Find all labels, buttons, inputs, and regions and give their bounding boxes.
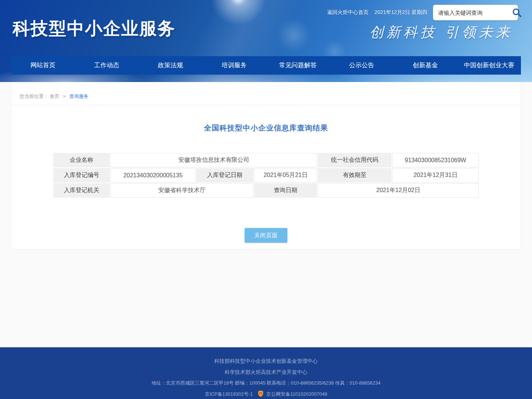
main-nav: 网站首页 工作动态 政策法规 培训服务 常见问题解答 公示公告 创新基金 中国创… [11, 56, 521, 75]
company-name-label: 企业名称 [53, 153, 110, 167]
footer-org-line-1: 科技部科技型中小企业技术创新基金管理中心 [0, 355, 532, 366]
search-icon[interactable] [512, 7, 522, 18]
site-header: 返回火炬中心首页 2021年12月2日 星期四 科技型中小企业服务 创新科技 引… [0, 0, 532, 82]
nav-item-home[interactable]: 网站首页 [11, 56, 75, 75]
footer-contact-line: 地址：北京市西城区三里河二区甲18号 邮编：100045 联系电话：010-88… [0, 378, 532, 389]
nav-item-policies[interactable]: 政策法规 [139, 56, 202, 75]
nav-item-competition[interactable]: 中国创新创业大赛 [457, 56, 521, 75]
registration-date-label: 入库登记日期 [196, 168, 253, 183]
site-slogan: 创新科技 引领未来 [369, 23, 513, 42]
page-body: 您当前位置： 首页 > 查询服务 全国科技型中小企业信息库查询结果 企业名称 安… [0, 82, 532, 347]
registration-date-value: 2021年05月21日 [254, 168, 317, 183]
site-footer: 科技部科技型中小企业技术创新基金管理中心 科学技术部火炬高技术产业开发中心 地址… [0, 347, 532, 399]
close-page-button[interactable]: 关闭页面 [245, 228, 287, 243]
credit-code-label: 统一社会信用代码 [318, 153, 391, 167]
page-title: 全国科技型中小企业信息库查询结果 [11, 123, 521, 133]
registration-authority-label: 入库登记机关 [53, 183, 110, 198]
footer-org-line-2: 科学技术部火炬高技术产业开发中心 [0, 366, 532, 378]
icp-record-link[interactable]: 京ICP备13019302号-1 [205, 391, 253, 397]
credit-code-value: 91340300085231069W [392, 153, 479, 167]
table-row: 企业名称 安徽塔孜信息技术有限公司 统一社会信用代码 9134030008523… [53, 153, 479, 167]
nav-item-announcements[interactable]: 公示公告 [330, 56, 394, 75]
breadcrumb-current-link[interactable]: 查询服务 [69, 93, 88, 99]
valid-until-value: 2021年12月31日 [392, 168, 479, 183]
breadcrumb: 您当前位置： 首页 > 查询服务 [11, 82, 521, 105]
breadcrumb-prefix: 您当前位置： [20, 93, 48, 99]
content-panel: 您当前位置： 首页 > 查询服务 全国科技型中小企业信息库查询结果 企业名称 安… [11, 82, 521, 249]
query-result-table: 企业名称 安徽塔孜信息技术有限公司 统一社会信用代码 9134030008523… [52, 152, 480, 198]
current-date-text: 2021年12月2日 星期四 [375, 9, 427, 16]
valid-until-label: 有效期至 [318, 168, 391, 183]
table-row: 入库登记机关 安徽省科学技术厅 查询日期 2021年12月02日 [53, 183, 479, 198]
registration-number-label: 入库登记编号 [53, 168, 110, 183]
registration-number-value: 202134030200005135 [110, 168, 195, 183]
registration-authority-value: 安徽省科学技术厅 [110, 183, 253, 198]
nav-item-faq[interactable]: 常见问题解答 [266, 56, 330, 75]
torch-center-home-link[interactable]: 返回火炬中心首页 [327, 9, 369, 16]
nav-item-innovation-fund[interactable]: 创新基金 [393, 56, 457, 75]
top-utility-bar: 返回火炬中心首页 2021年12月2日 星期四 [327, 4, 518, 21]
table-row: 入库登记编号 202134030200005135 入库登记日期 2021年05… [53, 168, 479, 183]
breadcrumb-home-link[interactable]: 首页 [50, 93, 59, 99]
search-box[interactable] [433, 5, 518, 20]
nav-item-training[interactable]: 培训服务 [202, 56, 266, 75]
nav-item-work-news[interactable]: 工作动态 [75, 56, 139, 75]
breadcrumb-separator: > [63, 93, 66, 99]
footer-legal-line: 京ICP备13019302号-1 京公网安备11010202007048 [0, 389, 532, 399]
search-input[interactable] [438, 10, 512, 16]
query-date-value: 2021年12月02日 [318, 183, 479, 198]
police-badge-icon [258, 391, 263, 397]
site-title: 科技型中小企业服务 [13, 17, 175, 40]
police-record-link[interactable]: 京公网安备11010202007048 [266, 391, 327, 397]
query-date-label: 查询日期 [254, 183, 317, 198]
company-name-value: 安徽塔孜信息技术有限公司 [110, 153, 317, 167]
